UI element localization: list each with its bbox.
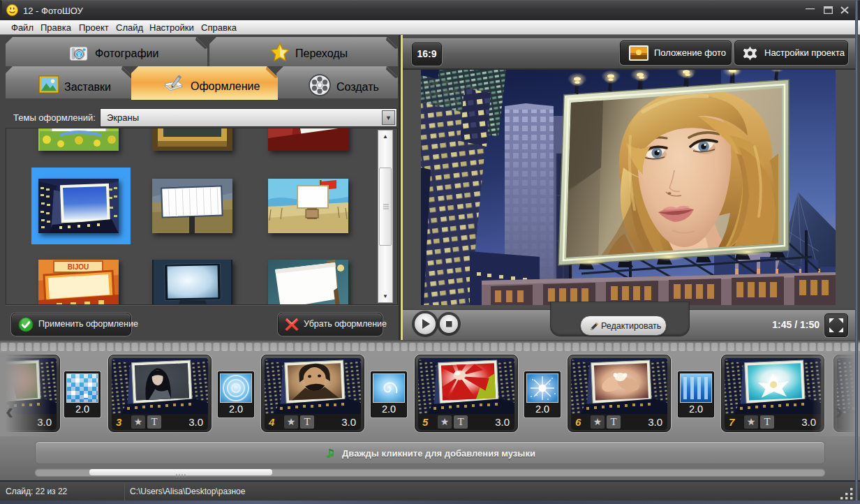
svg-text:BIJOU: BIJOU: [68, 263, 89, 271]
